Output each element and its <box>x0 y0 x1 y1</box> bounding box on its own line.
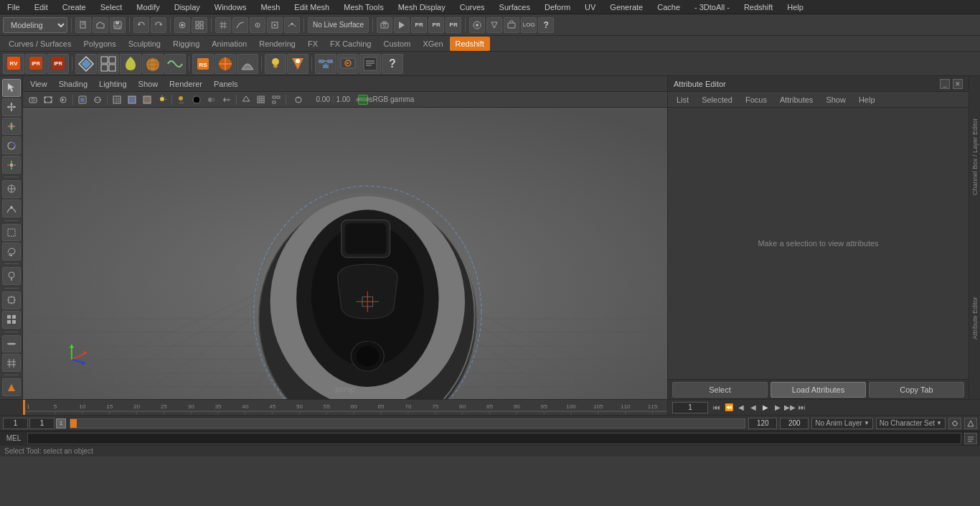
play-fwd-btn[interactable]: ▶ <box>760 402 771 413</box>
viewport-menu-renderer[interactable]: Renderer <box>166 79 205 89</box>
rotate-tool-button[interactable] <box>2 136 21 154</box>
select-tool-button[interactable] <box>2 79 21 97</box>
go-start-btn[interactable]: ⏮ <box>711 402 722 413</box>
rs-icon1[interactable] <box>469 17 485 33</box>
tab-animation[interactable]: Animation <box>206 37 253 51</box>
shelf-ipr2[interactable]: IPR <box>47 54 69 74</box>
menu-edit-mesh[interactable]: Edit Mesh <box>291 2 332 12</box>
shelf-ipr[interactable]: IPR <box>25 54 47 74</box>
menu-edit[interactable]: Edit <box>32 2 51 12</box>
marquee-select-button[interactable] <box>2 224 21 242</box>
tab-custom[interactable]: Custom <box>378 37 417 51</box>
crease-set-button[interactable] <box>2 354 21 372</box>
menu-file[interactable]: File <box>4 2 23 12</box>
channel-box-label[interactable]: Channel Box / Layer Editor <box>969 76 980 238</box>
current-frame-input[interactable] <box>672 402 708 413</box>
paint-select-button[interactable] <box>2 267 21 285</box>
vp-motion-blur-btn[interactable] <box>204 93 219 106</box>
attr-load-btn[interactable]: Load Attributes <box>771 382 866 398</box>
gamma-indicator[interactable]: sRGB <box>358 95 368 105</box>
universal-manip-button[interactable] <box>2 180 21 198</box>
vp-highlight-btn[interactable] <box>75 93 90 106</box>
attr-editor-label[interactable]: Attribute Editor <box>969 238 980 399</box>
anim-layer-dropdown[interactable]: No Anim Layer ▼ <box>811 418 873 429</box>
command-history-btn[interactable] <box>964 433 977 444</box>
rs-icon4[interactable]: LOG <box>521 17 537 33</box>
tab-rigging[interactable]: Rigging <box>167 37 205 51</box>
soft-mod-button[interactable] <box>2 200 21 217</box>
step-back1-btn[interactable]: ◀ <box>748 402 759 413</box>
current-frame-field[interactable] <box>29 418 55 429</box>
vp-cam3[interactable] <box>56 93 70 106</box>
rs-icon2[interactable] <box>486 17 502 33</box>
rs-btn1[interactable]: PR <box>411 17 427 33</box>
anim-preferences-btn[interactable] <box>948 418 961 429</box>
main-viewport[interactable]: View Shading Lighting Show Renderer Pane… <box>23 76 667 399</box>
camera-btn[interactable] <box>377 17 392 33</box>
menu-help[interactable]: Help <box>784 2 806 12</box>
snap-view-button[interactable] <box>267 17 283 33</box>
menu-cache[interactable]: Cache <box>654 2 683 12</box>
tab-redshift[interactable]: Redshift <box>450 37 490 51</box>
menu-display[interactable]: Display <box>171 2 203 12</box>
snap-live-button[interactable] <box>284 17 300 33</box>
select-mode-button[interactable] <box>174 17 190 33</box>
attr-select-btn[interactable]: Select <box>672 382 768 398</box>
attr-tab-help[interactable]: Help <box>854 94 880 106</box>
shelf-teardrop[interactable] <box>120 54 141 74</box>
shelf-rs-render[interactable] <box>337 54 359 74</box>
vp-isolate-btn[interactable] <box>90 93 105 106</box>
rs-btn3[interactable]: PR <box>446 17 461 33</box>
menu-modify[interactable]: Modify <box>133 2 162 12</box>
new-scene-button[interactable] <box>75 17 91 33</box>
menu-uv[interactable]: UV <box>582 2 598 12</box>
vp-grid-btn[interactable] <box>254 93 268 106</box>
auto-key-btn[interactable] <box>964 418 977 429</box>
menu-windows[interactable]: Windows <box>212 2 250 12</box>
vp-solid-btn[interactable] <box>125 93 139 106</box>
shelf-rs-light1[interactable] <box>265 54 286 74</box>
vp-poly-count-btn[interactable] <box>239 93 253 106</box>
save-scene-button[interactable] <box>110 17 126 33</box>
play-back-btn[interactable]: ◀ <box>735 402 747 413</box>
crease-tool-button[interactable] <box>2 335 21 353</box>
vp-shadow-btn[interactable] <box>174 93 189 106</box>
viewport-menu-view[interactable]: View <box>27 79 50 89</box>
help-btn[interactable]: ? <box>538 17 554 33</box>
render-btn[interactable] <box>394 17 410 33</box>
shelf-rs-obj[interactable]: RS <box>192 54 214 74</box>
step-fwd2-btn[interactable]: ▶▶ <box>784 402 796 413</box>
tab-fx-caching[interactable]: FX Caching <box>324 37 377 51</box>
tab-sculpting[interactable]: Sculpting <box>123 37 166 51</box>
shelf-rs-log[interactable] <box>359 54 381 74</box>
viewport-menu-lighting[interactable]: Lighting <box>96 79 130 89</box>
tab-polygons[interactable]: Polygons <box>77 37 121 51</box>
shelf-help[interactable]: ? <box>382 54 403 74</box>
rs-icon3[interactable] <box>504 17 519 33</box>
menu-select[interactable]: Select <box>98 2 126 12</box>
menu-curves[interactable]: Curves <box>457 2 488 12</box>
vp-textured-btn[interactable] <box>140 93 154 106</box>
vp-film-btn[interactable] <box>41 93 55 106</box>
open-scene-button[interactable] <box>93 17 108 33</box>
attr-tab-selected[interactable]: Selected <box>697 94 737 106</box>
attr-tab-focus[interactable]: Focus <box>741 94 771 106</box>
attr-tab-list[interactable]: List <box>672 94 693 106</box>
rs-tool1[interactable] <box>2 378 21 396</box>
redo-button[interactable] <box>151 17 166 33</box>
attr-minimize-btn[interactable]: _ <box>940 79 950 89</box>
3d-canvas[interactable]: persp <box>23 108 667 399</box>
vp-light-btn[interactable] <box>155 93 169 106</box>
vp-camera-btn[interactable] <box>26 93 40 106</box>
vp-hud-btn[interactable] <box>269 93 283 106</box>
shelf-wave[interactable] <box>164 54 186 74</box>
step-fwd-btn[interactable]: ▶ <box>772 402 783 413</box>
shelf-rs-light2[interactable] <box>287 54 308 74</box>
scale-tool-button[interactable] <box>2 156 21 174</box>
tab-xgen[interactable]: XGen <box>417 37 448 51</box>
menu-create[interactable]: Create <box>60 2 89 12</box>
shelf-rv[interactable]: RV <box>3 54 24 74</box>
vp-dof-btn[interactable] <box>220 93 234 106</box>
timeline-ruler[interactable]: 1 5 10 15 20 25 30 35 40 45 50 55 60 65 … <box>23 400 667 415</box>
attr-close-btn[interactable]: ✕ <box>953 79 963 89</box>
